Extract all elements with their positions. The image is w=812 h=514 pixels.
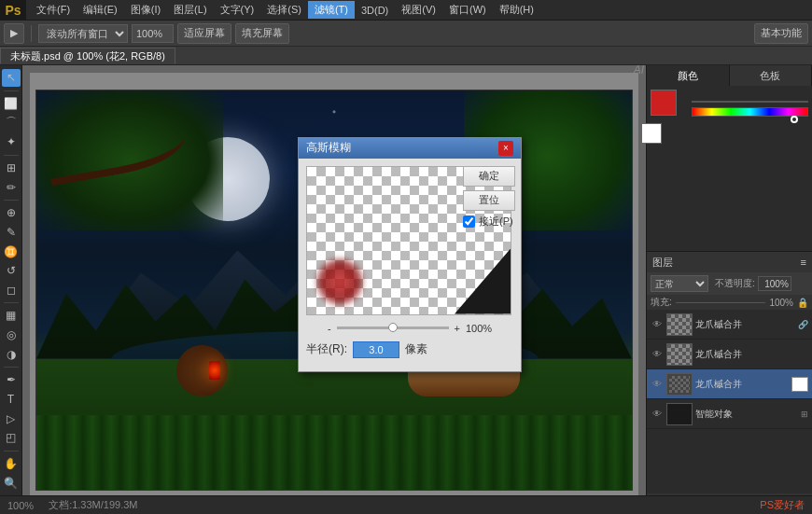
ai-label: AI [634,63,644,76]
move-tool-btn[interactable]: ▶ [4,23,24,44]
blend-mode-select[interactable]: 正常 [651,275,708,292]
opacity-input[interactable] [758,276,791,291]
radius-row: 半径(R): 像素 [306,341,513,358]
tool-dodge[interactable]: ◑ [2,345,21,363]
tool-hand[interactable]: ✋ [2,455,21,473]
fill-value: 100% [769,298,793,308]
foreground-color-swatch[interactable] [651,90,677,116]
zoom-input[interactable] [132,24,174,43]
menu-filter[interactable]: 滤镜(T) [308,1,355,19]
menu-help[interactable]: 帮助(H) [493,1,540,19]
tool-separator-3 [4,200,19,201]
canvas-image: 高斯模糊 × - [35,90,633,491]
dialog-body: - + 100% 半径(R): [299,159,521,371]
tool-separator-4 [4,302,19,303]
tool-shape[interactable]: ◰ [2,429,21,447]
tool-separator-1 [4,90,19,91]
layer-visibility-icon[interactable]: 👁 [651,378,664,391]
layer-link-icon: 🔗 [798,320,808,329]
lock-icon: 🔒 [797,298,808,308]
color-gradient-picker[interactable] [692,101,808,103]
layer-name: 龙爪槭合并 [695,348,808,361]
preview-checkbox[interactable] [463,215,475,228]
menu-file[interactable]: 文件(F) [30,1,77,19]
layer-item[interactable]: 👁 龙爪槭合并 🔗 [647,310,812,340]
zoom-slider[interactable] [337,326,449,329]
tool-marquee[interactable]: ⬜ [2,95,21,113]
tool-crop[interactable]: ⊞ [2,160,21,177]
fit-screen-btn[interactable]: 适应屏幕 [177,23,231,44]
menu-layer[interactable]: 图层(L) [167,1,213,19]
tab-swatches[interactable]: 色板 [730,65,813,86]
reset-button[interactable]: 置位 [463,190,515,211]
zoom-minus-icon[interactable]: - [328,323,331,334]
tool-path-select[interactable]: ▷ [2,410,21,427]
dialog-title[interactable]: 高斯模糊 × [299,138,521,159]
gaussian-blur-dialog: 高斯模糊 × - [298,137,522,372]
zoom-bar: - + 100% [306,323,513,334]
preview-label: 接近(P) [479,215,513,229]
tools-panel: ↖ ⬜ ⌒ ✦ ⊞ ✏ ⊕ ✎ ♊ ↺ ◻ ▦ ◎ ◑ ✒ T ▷ ◰ ✋ 🔍 [0,65,22,514]
tool-history-brush[interactable]: ↺ [2,262,21,280]
confirm-button[interactable]: 确定 [463,166,515,187]
menubar: Ps 文件(F) 编辑(E) 图像(I) 图层(L) 文字(Y) 选择(S) 滤… [0,0,812,21]
tool-move[interactable]: ↖ [2,69,21,87]
layer-visibility-icon[interactable]: 👁 [651,408,664,421]
layer-name: 龙爪槭合并 [695,378,789,391]
tool-blur[interactable]: ◎ [2,326,21,344]
workspace-btn[interactable]: 基本功能 [754,23,808,44]
tool-lasso[interactable]: ⌒ [2,114,21,132]
menu-image[interactable]: 图像(I) [124,1,167,19]
canvas-wrapper: 高斯模糊 × - [30,73,638,507]
fill-row: 填充: 100% 🔒 [647,295,812,310]
dialog-close-button[interactable]: × [498,141,513,156]
canvas-area[interactable]: 高斯模糊 × - [22,65,646,514]
preview-flower [316,258,363,305]
color-panel [647,86,812,251]
tool-clone[interactable]: ♊ [2,243,21,260]
background-color-swatch[interactable] [641,123,662,144]
tabbar: 未标题.psd @ 100% (花2, RGB/8) [0,47,812,65]
statusbar: 100% 文档:1.33M/199.3M PS爱好者 [0,495,812,514]
dialog-title-text: 高斯模糊 [306,140,351,156]
tool-magic-wand[interactable]: ✦ [2,133,21,151]
menu-edit[interactable]: 编辑(E) [77,1,124,19]
tool-zoom[interactable]: 🔍 [2,474,21,492]
tab-color[interactable]: 颜色 [647,65,730,86]
menu-text[interactable]: 文字(Y) [214,1,261,19]
tool-pen[interactable]: ✒ [2,371,21,389]
tool-text[interactable]: T [2,391,21,409]
menu-view[interactable]: 视图(V) [395,1,442,19]
tool-eyedropper[interactable]: ✏ [2,178,21,196]
tab-file[interactable]: 未标题.psd @ 100% (花2, RGB/8) [0,48,175,64]
menu-select[interactable]: 选择(S) [260,1,308,19]
menu-3d[interactable]: 3D(D) [355,3,395,18]
preview-dark [455,249,511,314]
hue-slider[interactable] [692,107,808,117]
zoom-plus-icon[interactable]: + [455,323,460,334]
tool-separator-2 [4,155,19,156]
layer-visibility-icon[interactable]: 👁 [651,348,664,361]
layer-item[interactable]: 👁 智能对象 ⊞ [647,399,812,429]
radius-unit: 像素 [405,341,427,357]
layers-panel-header: 图层 ≡ [647,252,812,272]
layer-item-active[interactable]: 👁 龙爪槭合并 [647,369,812,399]
radius-input[interactable] [353,341,399,358]
layer-item[interactable]: 👁 龙爪槭合并 [647,340,812,369]
right-panel: 颜色 色板 [646,65,812,514]
layers-menu-icon[interactable]: ≡ [801,257,806,268]
tool-brush[interactable]: ✎ [2,224,21,242]
layer-visibility-icon[interactable]: 👁 [651,318,664,331]
boat [408,368,520,396]
layers-list: 👁 龙爪槭合并 🔗 👁 龙爪槭合并 👁 [647,310,812,493]
app-logo: Ps [0,0,26,21]
layers-toolbar: 正常 不透明度: [647,272,812,295]
tool-gradient[interactable]: ▦ [2,307,21,325]
scroll-windows-select[interactable]: 滚动所有窗口 [38,24,128,43]
menu-window[interactable]: 窗口(W) [442,1,493,19]
fill-screen-btn[interactable]: 填充屏幕 [235,23,289,44]
color-panel-tabs: 颜色 色板 [647,65,812,86]
layer-thumbnail [666,403,693,425]
tool-heal[interactable]: ⊕ [2,204,21,222]
tool-eraser[interactable]: ◻ [2,282,21,299]
